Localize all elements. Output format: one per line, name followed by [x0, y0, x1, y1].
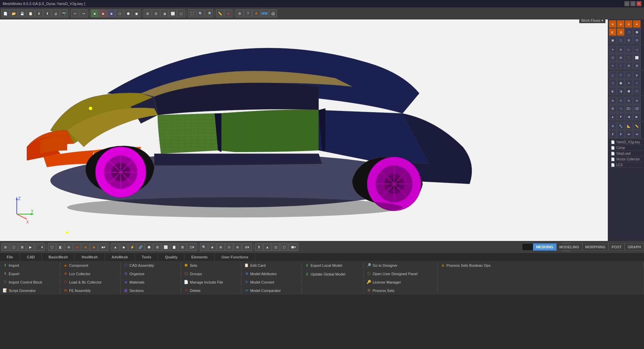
- file-tab-vector-collector[interactable]: 📄 Vector Collector: [609, 157, 643, 162]
- btb-21[interactable]: ⊠: [178, 243, 186, 251]
- icon-btn-47[interactable]: ◀: [625, 113, 633, 120]
- btb-12[interactable]: ■▾: [98, 243, 108, 251]
- btb-19[interactable]: ⬜: [162, 243, 170, 251]
- icon-btn-26[interactable]: ▽: [617, 71, 625, 79]
- power-btn[interactable]: ⏻: [269, 9, 277, 17]
- icon-btn-46[interactable]: ▼: [617, 113, 625, 120]
- morphing-tab[interactable]: MORPHING: [582, 243, 609, 251]
- measure-btn[interactable]: 📏: [216, 9, 224, 17]
- icon-btn-45[interactable]: ▲: [609, 113, 616, 120]
- meshing-tab[interactable]: MESHING: [533, 243, 556, 251]
- maximize-button[interactable]: □: [631, 1, 635, 6]
- tab-elements[interactable]: Elements: [184, 253, 215, 261]
- view-btn2[interactable]: ■: [99, 9, 107, 17]
- menu-fe-assembly[interactable]: ⊞ FE Assembly: [60, 288, 120, 293]
- icon-btn-38[interactable]: ⊙: [617, 97, 625, 104]
- btb-31[interactable]: ⊡: [272, 243, 280, 251]
- icon-btn-2[interactable]: ■: [617, 20, 625, 28]
- btb-9[interactable]: ■: [73, 243, 81, 251]
- icon-btn-29[interactable]: ⬡: [609, 79, 616, 87]
- mesh-btn1[interactable]: ⊞: [144, 9, 152, 17]
- menu-sections[interactable]: ▦ Sections: [121, 288, 181, 293]
- file-tab-lcs[interactable]: 📄 LCS: [609, 162, 643, 168]
- menu-model-comparator[interactable]: ⇔ Model Comparator: [241, 288, 302, 293]
- icon-btn-36[interactable]: ⬠: [633, 87, 641, 95]
- menu-groups[interactable]: ⬡ Groups: [181, 271, 241, 276]
- icon-btn-14[interactable]: ⊕: [617, 46, 625, 53]
- view-btn5[interactable]: ⬢: [124, 9, 132, 17]
- icon-btn-52[interactable]: 📏: [633, 122, 641, 130]
- icon-btn-32[interactable]: ✧: [633, 79, 641, 87]
- icon-btn-10[interactable]: ◻: [617, 36, 625, 44]
- menu-materials[interactable]: ◈ Materials: [121, 280, 181, 285]
- icon-btn-15[interactable]: ▷: [625, 46, 633, 53]
- tab-cad[interactable]: CAD: [20, 253, 42, 261]
- new-button[interactable]: 📄: [1, 9, 9, 17]
- post-tab[interactable]: POST: [608, 243, 625, 251]
- tab-quality[interactable]: Quality: [158, 253, 184, 261]
- menu-export[interactable]: ⬆ Export: [0, 271, 60, 276]
- icon-btn-56[interactable]: ➡: [633, 130, 641, 138]
- file-tab-stepload[interactable]: 📄 StepLoad: [609, 151, 643, 156]
- icon-btn-5[interactable]: ◧: [609, 28, 616, 36]
- icon-btn-18[interactable]: ⊠: [617, 54, 625, 61]
- icon-btn-13[interactable]: ✦: [609, 46, 616, 53]
- icon-btn-20[interactable]: ⬜: [633, 54, 641, 61]
- file-tab-yarisD[interactable]: 📄 YarisD_V2g.key: [609, 140, 643, 145]
- menu-model-convert[interactable]: ↻ Model Convert: [241, 280, 302, 285]
- icon-btn-54[interactable]: ⬇: [617, 130, 625, 138]
- minimize-button[interactable]: ─: [625, 1, 629, 6]
- btb-6[interactable]: ⬡: [48, 243, 56, 251]
- altair-btn[interactable]: A: [252, 9, 260, 17]
- menu-manage-include[interactable]: 📄 Manage Include File: [181, 280, 241, 285]
- menu-component[interactable]: ■ Component: [60, 263, 120, 268]
- btb-29[interactable]: ⬆: [255, 243, 263, 251]
- zoom-fit-btn[interactable]: ⛶: [188, 9, 196, 17]
- icon-btn-11[interactable]: ⊞: [625, 36, 633, 44]
- zoom-in-btn[interactable]: 🔍: [197, 9, 205, 17]
- icon-btn-22[interactable]: ⁞: [617, 62, 625, 69]
- workflow-label[interactable]: Work Flows ▾: [579, 18, 605, 23]
- file-tab-comp[interactable]: 📄 Comp: [609, 145, 643, 151]
- menu-lcs-collector[interactable]: ⊕ Lcs Collector: [60, 271, 120, 276]
- menu-sets[interactable]: ⬢ Sets: [181, 263, 241, 268]
- btb-15[interactable]: ⚡: [128, 243, 136, 251]
- icon-btn-41[interactable]: ⌘: [609, 105, 616, 112]
- icon-btn-44[interactable]: ⌫: [633, 105, 641, 112]
- mw-btn[interactable]: MW: [261, 9, 269, 17]
- menu-go-designer[interactable]: 🔎 Go to Designer: [364, 263, 437, 268]
- btb-13[interactable]: ▲: [111, 243, 119, 251]
- zoom-out-btn[interactable]: 🔎: [205, 9, 213, 17]
- menu-update-global[interactable]: ⬇ Update Global Model: [302, 272, 364, 277]
- menu-license-manager[interactable]: 🔑 License Manager: [364, 280, 437, 285]
- view-btn3[interactable]: ■: [107, 9, 115, 17]
- icon-btn-9[interactable]: ◼: [609, 36, 616, 44]
- icon-btn-3[interactable]: ■: [625, 20, 633, 28]
- tab-user-functions[interactable]: User Functions: [215, 253, 255, 261]
- icon-btn-50[interactable]: 🔧: [617, 122, 625, 130]
- menu-script-generator[interactable]: 📝 Script Generator: [0, 288, 60, 293]
- icon-btn-8[interactable]: ⬢: [633, 28, 641, 36]
- icon-btn-33[interactable]: ◐: [609, 87, 616, 95]
- btb-20[interactable]: 📋: [170, 243, 178, 251]
- icon-btn-34[interactable]: ◑: [617, 87, 625, 95]
- btb-2[interactable]: ⬡: [10, 243, 18, 251]
- btb-16[interactable]: 🔗: [137, 243, 145, 251]
- icon-btn-16[interactable]: ◁: [633, 46, 641, 53]
- icon-btn-51[interactable]: 📐: [625, 122, 633, 130]
- icon-btn-53[interactable]: ⬆: [609, 130, 616, 138]
- hidden-btn[interactable]: ◻: [177, 9, 185, 17]
- icon-btn-48[interactable]: ▶: [633, 113, 641, 120]
- menu-import[interactable]: ⬇ Import: [0, 263, 60, 268]
- icon-btn-19[interactable]: ⬛: [625, 54, 633, 61]
- btb-24[interactable]: ◈: [208, 243, 216, 251]
- close-button[interactable]: ✕: [637, 1, 641, 6]
- btb-5[interactable]: ⬛▾: [35, 243, 45, 251]
- icon-btn-28[interactable]: ◈: [633, 71, 641, 79]
- tab-hexmesh[interactable]: HexMesh: [75, 253, 105, 261]
- menu-model-attributes[interactable]: ⊕ Model Attributes: [241, 271, 302, 276]
- settings-btn[interactable]: ⚙: [235, 9, 244, 17]
- icon-btn-39[interactable]: ⊚: [625, 97, 633, 104]
- graph-tab[interactable]: GRAPH: [625, 243, 644, 251]
- tab-advmesh[interactable]: AdvMesh: [105, 253, 135, 261]
